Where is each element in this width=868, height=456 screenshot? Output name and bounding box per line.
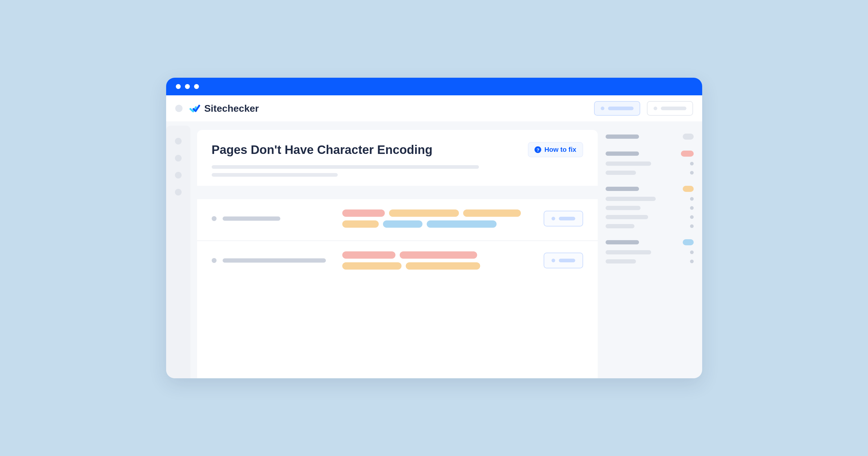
traffic-light-zoom[interactable] — [194, 84, 199, 89]
placeholder-icon — [552, 217, 555, 220]
aside-group — [606, 186, 694, 228]
aside-summary — [606, 130, 694, 378]
aside-label — [606, 152, 639, 156]
tag-placeholder — [427, 220, 497, 228]
placeholder-text — [212, 165, 479, 169]
tag-placeholder — [342, 209, 385, 217]
aside-sub-label — [606, 215, 648, 219]
sidebar-nav — [166, 126, 190, 378]
aside-count-badge — [683, 134, 694, 140]
how-to-fix-button[interactable]: ? How to fix — [528, 142, 583, 157]
aside-sub-count — [690, 260, 694, 263]
header-primary-button[interactable] — [594, 101, 640, 116]
placeholder-icon — [601, 106, 604, 110]
tag-placeholder — [342, 262, 402, 270]
row-action-button[interactable] — [544, 253, 583, 268]
aside-count-badge — [681, 151, 694, 157]
row-url-placeholder — [223, 217, 280, 221]
result-row — [197, 199, 598, 241]
traffic-light-minimize[interactable] — [185, 84, 190, 89]
tag-placeholder — [342, 220, 379, 228]
issue-header: Pages Don't Have Character Encoding ? Ho… — [197, 130, 598, 186]
brand-name: Sitechecker — [205, 103, 259, 114]
sidebar-item[interactable] — [175, 155, 182, 162]
aside-label — [606, 187, 639, 191]
help-icon: ? — [534, 146, 541, 153]
brand-logo[interactable]: Sitechecker — [189, 103, 259, 114]
row-tags — [342, 209, 534, 228]
aside-sub-label — [606, 224, 634, 228]
tag-placeholder — [463, 209, 521, 217]
placeholder-text — [608, 106, 633, 110]
aside-sub-count — [690, 251, 694, 254]
aside-count-badge — [683, 239, 694, 245]
checkmark-icon — [189, 103, 200, 114]
main-content-area: Pages Don't Have Character Encoding ? Ho… — [190, 122, 702, 378]
sidebar-item[interactable] — [175, 189, 182, 196]
aside-sub-label — [606, 250, 651, 254]
placeholder-icon — [654, 106, 657, 110]
issue-description — [212, 165, 583, 177]
aside-sub-label — [606, 171, 636, 175]
aside-sub-count — [690, 206, 694, 210]
aside-sub-label — [606, 197, 656, 201]
tag-placeholder — [342, 251, 396, 259]
result-row — [197, 241, 598, 282]
window-titlebar — [166, 78, 702, 95]
page-title: Pages Don't Have Character Encoding — [212, 143, 522, 157]
aside-sub-count — [690, 197, 694, 201]
table-header-band — [197, 186, 598, 199]
row-status-icon — [212, 216, 217, 221]
tag-placeholder — [389, 209, 459, 217]
aside-sub-count — [690, 215, 694, 219]
row-action-button[interactable] — [544, 211, 583, 226]
sidebar-item[interactable] — [175, 138, 182, 144]
aside-sub-count — [690, 162, 694, 165]
app-body: Pages Don't Have Character Encoding ? Ho… — [166, 122, 702, 378]
tag-placeholder — [406, 262, 480, 270]
row-tags — [342, 251, 534, 270]
app-header: Sitechecker — [166, 95, 702, 122]
placeholder-text — [661, 106, 686, 110]
aside-label — [606, 134, 639, 139]
aside-sub-label — [606, 259, 636, 263]
aside-sub-label — [606, 206, 641, 210]
how-to-fix-label: How to fix — [544, 146, 576, 154]
placeholder-text — [212, 173, 338, 177]
traffic-light-close[interactable] — [176, 84, 181, 89]
aside-sub-count — [690, 171, 694, 174]
row-url-placeholder — [223, 258, 326, 263]
aside-count-badge — [683, 186, 694, 192]
header-secondary-button[interactable] — [647, 101, 693, 116]
placeholder-text — [559, 217, 575, 220]
sidebar-item[interactable] — [175, 172, 182, 178]
aside-label — [606, 240, 639, 245]
aside-group — [606, 151, 694, 175]
aside-sub-label — [606, 162, 651, 166]
aside-group — [606, 239, 694, 263]
aside-group — [606, 134, 694, 140]
menu-toggle-icon[interactable] — [175, 105, 183, 112]
row-status-icon — [212, 258, 217, 263]
aside-sub-count — [690, 224, 694, 228]
tag-placeholder — [383, 220, 423, 228]
tag-placeholder — [400, 251, 477, 259]
placeholder-text — [559, 259, 575, 262]
browser-window: Sitechecker Pages Don't Have Character E… — [166, 78, 702, 378]
placeholder-icon — [552, 259, 555, 262]
issue-panel: Pages Don't Have Character Encoding ? Ho… — [197, 130, 598, 378]
